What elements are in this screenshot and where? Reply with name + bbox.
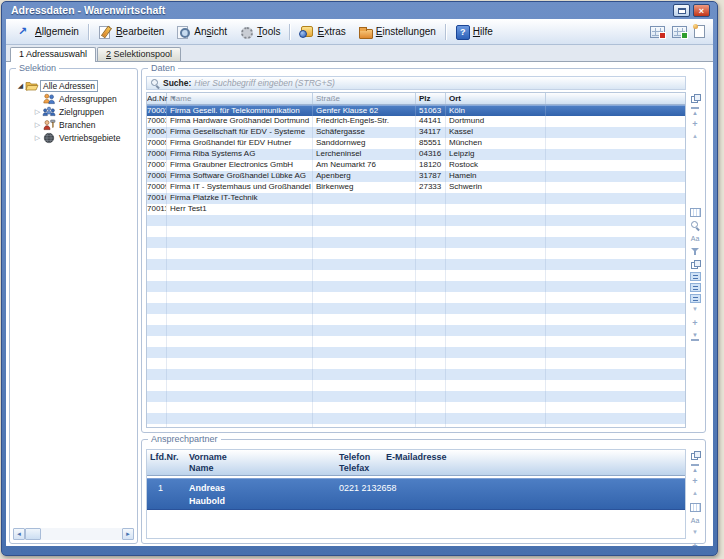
titlebar[interactable]: Adressdaten - Warenwirtschaft ×: [2, 2, 717, 19]
table-row[interactable]: 70009Firma IT - Systemhaus und Großhande…: [147, 182, 685, 193]
table-row-empty[interactable]: [147, 281, 685, 292]
table-row-empty[interactable]: [147, 314, 685, 325]
scroll-thumb[interactable]: [25, 528, 41, 540]
table-row-empty[interactable]: [147, 237, 685, 248]
expander-expanded-icon[interactable]: ◢: [16, 82, 25, 90]
column-header-stra-e[interactable]: Straße: [313, 93, 416, 104]
table-row-empty[interactable]: [147, 424, 685, 428]
cell-filler: [546, 314, 685, 325]
down-icon[interactable]: [690, 305, 701, 316]
table-row[interactable]: 70004Firma Gesellschaft für EDV - System…: [147, 127, 685, 138]
new-document-icon[interactable]: [694, 25, 705, 38]
daten-label: Daten: [148, 63, 178, 73]
table-row[interactable]: 70010Firma Platzke IT-Technik: [147, 193, 685, 204]
contact-column-header-lfd-nr-[interactable]: Lfd.Nr.: [147, 450, 186, 475]
add-icon[interactable]: [690, 318, 701, 329]
table-row-empty[interactable]: [147, 413, 685, 424]
table-row[interactable]: 70007Firma Graubner Electronics GmbHAm N…: [147, 160, 685, 171]
menu-item-extras[interactable]: Extras: [293, 23, 351, 40]
tree-item-adressgruppen[interactable]: Adressgruppen: [12, 92, 135, 105]
table-row-empty[interactable]: [147, 391, 685, 402]
menu-item-label: Allgemein: [35, 26, 79, 37]
layout-list-icon[interactable]: [690, 283, 701, 292]
table-row-empty[interactable]: [147, 369, 685, 380]
column-header-name[interactable]: Name: [167, 93, 313, 104]
scroll-bottom-icon[interactable]: [690, 331, 701, 342]
column-header-plz[interactable]: Plz: [416, 93, 446, 104]
layout-list-icon[interactable]: [690, 272, 701, 281]
search-input[interactable]: [194, 78, 682, 88]
columns-icon[interactable]: [690, 207, 701, 218]
copy-icon[interactable]: [690, 93, 701, 104]
table-row-empty[interactable]: [147, 325, 685, 336]
filter-icon[interactable]: [690, 246, 701, 257]
column-header-ort[interactable]: Ort: [446, 93, 546, 104]
menu-item-bearbeiten[interactable]: Bearbeiten: [92, 23, 170, 40]
menu-item-ansicht[interactable]: Ansicht: [170, 23, 233, 40]
table-row-empty[interactable]: [147, 402, 685, 413]
scroll-left-arrow-icon[interactable]: ◄: [13, 528, 25, 540]
expander-collapsed-icon[interactable]: ▷: [33, 108, 42, 116]
table-row[interactable]: 70002Firma Gesell. für Telekommunikation…: [147, 105, 685, 116]
layout-list-icon[interactable]: [690, 294, 701, 303]
contact-row[interactable]: 1AndreasHaubold0221 2132658: [147, 478, 685, 510]
table-row-empty[interactable]: [147, 347, 685, 358]
table-row-empty[interactable]: [147, 358, 685, 369]
tree-item-vertriebsgebiete[interactable]: ▷Vertriebsgebiete: [12, 131, 135, 144]
scroll-top-icon[interactable]: [690, 106, 701, 117]
column-header-filler: [546, 93, 685, 104]
contacts-table-side-toolbar: [688, 449, 702, 538]
fontsize-icon[interactable]: [690, 515, 701, 526]
tree-item-zielgruppen[interactable]: ▷Zielgruppen: [12, 105, 135, 118]
contact-column-header-e-mailadresse[interactable]: E-Mailadresse: [383, 450, 685, 475]
contact-column-header-telefon[interactable]: TelefonTelefax: [336, 450, 383, 475]
table-row-empty[interactable]: [147, 226, 685, 237]
table-row[interactable]: 70005Firma Großhandel für EDV HutnerSand…: [147, 138, 685, 149]
fontsize-icon[interactable]: [690, 233, 701, 244]
table-row[interactable]: 70003Firma Hardware Großhandel DortmundF…: [147, 116, 685, 127]
table-remove-icon[interactable]: [650, 26, 665, 38]
add-icon[interactable]: [690, 476, 701, 487]
table-row-empty[interactable]: [147, 303, 685, 314]
table-row-empty[interactable]: [147, 270, 685, 281]
columns-icon[interactable]: [690, 502, 701, 513]
table-add-icon[interactable]: [672, 26, 687, 38]
search-small-icon[interactable]: [690, 220, 701, 231]
table-row-empty[interactable]: [147, 292, 685, 303]
up-icon[interactable]: [690, 132, 701, 143]
cell: [313, 204, 416, 215]
add-icon[interactable]: [690, 119, 701, 130]
copy-icon[interactable]: [690, 450, 701, 461]
add-icon[interactable]: [690, 541, 701, 546]
down-icon[interactable]: [690, 528, 701, 539]
table-row-empty[interactable]: [147, 259, 685, 270]
cell: [416, 292, 446, 303]
duplicate-icon[interactable]: [690, 259, 701, 270]
scroll-top-icon[interactable]: [690, 463, 701, 474]
up-icon[interactable]: [690, 489, 701, 500]
tree-item-alle-adressen[interactable]: ◢Alle Adressen: [12, 79, 135, 92]
restore-button[interactable]: [673, 4, 690, 17]
menu-item-einstellungen[interactable]: Einstellungen: [352, 23, 442, 40]
tab-1-adressauswahl[interactable]: 1 Adressauswahl: [10, 47, 96, 62]
table-row-empty[interactable]: [147, 215, 685, 226]
expander-collapsed-icon[interactable]: ▷: [33, 134, 42, 142]
scroll-right-arrow-icon[interactable]: ►: [122, 528, 134, 540]
tree-item-branchen[interactable]: ▷Branchen: [12, 118, 135, 131]
cell: [313, 413, 416, 424]
menu-item-hilfe[interactable]: Hilfe: [449, 23, 499, 40]
expander-collapsed-icon[interactable]: ▷: [33, 121, 42, 129]
cell: [313, 325, 416, 336]
table-row[interactable]: 70011Herr Test1: [147, 204, 685, 215]
tab-2-selektionspool[interactable]: 2 Selektionspool: [97, 47, 181, 61]
close-button[interactable]: ×: [693, 4, 710, 17]
contact-column-header-vorname[interactable]: VornameName: [186, 450, 336, 475]
table-row-empty[interactable]: [147, 380, 685, 391]
table-row-empty[interactable]: [147, 248, 685, 259]
table-row[interactable]: 70006Firma Riba Systems AGLercheninsel04…: [147, 149, 685, 160]
menu-item-allgemein[interactable]: Allgemein: [11, 23, 85, 40]
table-row[interactable]: 70008Firma Software Großhandel Lübke AGA…: [147, 171, 685, 182]
column-header-ad-nr[interactable]: Ad.Nr▼: [147, 93, 167, 104]
menu-item-tools[interactable]: Tools: [233, 23, 286, 40]
table-row-empty[interactable]: [147, 336, 685, 347]
